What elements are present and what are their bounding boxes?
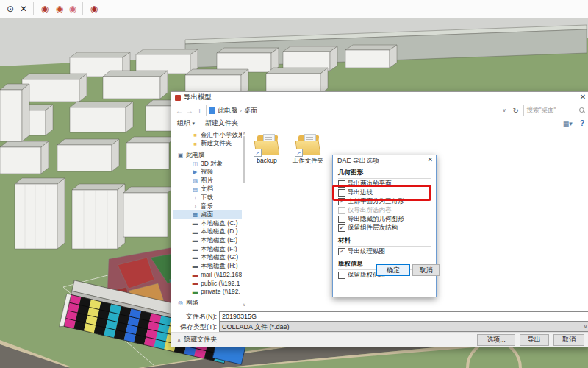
sidebar-item-icon: ■ (192, 132, 198, 138)
sidebar-item-label: 本地磁盘 (G:) (201, 253, 238, 262)
sidebar-item-label: 本地磁盘 (C:) (201, 219, 238, 228)
scrollbar-thumb[interactable] (243, 136, 245, 183)
sidebar-item-label: 图片 (201, 177, 213, 185)
close-icon[interactable]: ✕ (578, 93, 588, 101)
sidebar-item[interactable]: ♪ 音乐 (173, 202, 242, 211)
breadcrumb-current[interactable]: 桌面 (244, 106, 257, 116)
sidebar-item-icon: ▦ (192, 212, 198, 218)
app-toolbar: ⊙ ✕ ◉ ◉ ◉ ◉ (0, 0, 588, 18)
sidebar-item[interactable]: ▬ mail (\\192.168 (173, 271, 242, 280)
sidebar-item[interactable]: ◫ 3D 对象 (173, 160, 242, 169)
toolbar-icon[interactable]: ◉ (53, 2, 66, 15)
sidebar-item-icon: ▬ (192, 247, 198, 252)
toolbar-icon[interactable]: ◉ (82, 2, 102, 15)
checkbox[interactable] (338, 189, 345, 197)
toolbar-icon[interactable]: ⊙ (4, 2, 17, 15)
ok-button[interactable]: 确定 (376, 264, 410, 276)
hide-folders-label: 隐藏文件夹 (184, 335, 217, 344)
sidebar-scrollbar[interactable]: ∧ ∨ (242, 130, 247, 310)
navigation-pane: ■ 金汇中小学效果图 ■ 新建文件夹 ▣ 此电脑 ◫ 3D 对象 (173, 130, 242, 310)
sidebar-item-icon: ▬ (192, 221, 198, 227)
checkbox[interactable] (338, 207, 345, 214)
hide-folders-button[interactable]: ∧ 隐藏文件夹 (177, 335, 217, 344)
breadcrumb-root[interactable]: 此电脑 (218, 106, 237, 116)
dae-dialog-title: DAE 导出选项 (337, 156, 379, 166)
checkbox[interactable] (338, 198, 345, 205)
view-mode-icon[interactable]: ▦▾ (563, 120, 573, 127)
export-dialog-titlebar[interactable]: 导出模型 ✕ (171, 92, 588, 103)
checkbox[interactable] (338, 248, 345, 255)
sidebar-item-label: 新建文件夹 (201, 139, 232, 148)
scroll-up-icon[interactable]: ∧ (243, 130, 245, 135)
sidebar-item-label: 本地磁盘 (E:) (201, 236, 237, 245)
checkbox-row[interactable]: 仅导出所选内容 (338, 206, 431, 215)
savetype-select[interactable]: COLLADA 文件 (*.dae) ∨ (219, 322, 588, 332)
sidebar-item-label: 此电脑 (186, 151, 205, 160)
refresh-icon[interactable]: ↻ (511, 107, 521, 115)
sidebar-item[interactable]: ↓ 下载 (173, 194, 242, 202)
sidebar-item[interactable]: ▬ 本地磁盘 (C:) (173, 219, 242, 228)
folder-tile[interactable]: ↗ backup (249, 133, 284, 164)
sidebar-item[interactable]: ▦ 桌面 (173, 210, 242, 219)
sidebar-item-icon: ▤ (192, 187, 198, 193)
dae-cancel-button[interactable]: 取消 (412, 264, 440, 276)
sidebar-item[interactable]: ▣ 此电脑 (173, 151, 242, 160)
sidebar-item-icon: ♪ (192, 204, 198, 210)
sidebar-item[interactable]: ▬ 本地磁盘 (H:) (173, 262, 242, 271)
sidebar-item[interactable]: ◎ 网络 (173, 299, 242, 308)
scroll-down-icon[interactable]: ∨ (243, 302, 245, 307)
checkbox-row[interactable]: 导出边线 (338, 188, 431, 197)
sidebar-item[interactable]: ▨ 图片 (173, 177, 242, 185)
up-icon[interactable]: ↑ (195, 107, 205, 115)
savetype-value: COLLADA 文件 (*.dae) (222, 322, 290, 332)
toolbar-icon[interactable]: ✕ (17, 2, 30, 15)
checkbox[interactable] (338, 216, 345, 223)
close-icon[interactable]: ✕ (427, 156, 433, 163)
sidebar-item[interactable]: ▬ public (\\192.1 (173, 279, 242, 288)
chevron-up-icon: ∧ (177, 337, 181, 343)
sidebar-item[interactable]: ▬ 本地磁盘 (D:) (173, 228, 242, 237)
sidebar-item[interactable]: ▤ 文档 (173, 185, 242, 194)
checkbox-row[interactable]: 导出隐藏的几何图形 (338, 215, 431, 224)
sidebar-item-label: 视频 (201, 168, 213, 177)
checkbox-label: 导出边线 (348, 188, 373, 197)
sidebar-item[interactable]: ▬ pirivate (\\192. (173, 288, 242, 297)
app-window: ⊙ ✕ ◉ ◉ ◉ ◉ 导出模型 ✕ ← → ↑ 此电脑 › 桌面 (0, 0, 588, 368)
sidebar-item[interactable]: ▬ 本地磁盘 (F:) (173, 245, 242, 254)
folder-tile-label: backup (257, 157, 276, 164)
checkbox-row[interactable]: 全部平面分为三角形 (338, 197, 431, 206)
dae-dialog-body: 几何图形 导出两边的平面 导出边线 全部平面 (338, 167, 431, 279)
chevron-down-icon[interactable]: ∨ (503, 107, 506, 113)
shortcut-arrow-icon: ↗ (254, 149, 262, 157)
search-input[interactable]: 搜索"桌面" (523, 105, 587, 116)
divider (338, 178, 431, 179)
organize-button[interactable]: 组织 ▾ (177, 118, 195, 128)
filename-input[interactable] (219, 311, 588, 322)
toolbar-icon[interactable]: ◉ (33, 2, 53, 15)
sidebar-item[interactable]: ■ 新建文件夹 (173, 140, 242, 149)
sidebar-item[interactable]: ▶ 视频 (173, 168, 242, 177)
toolbar-icon[interactable]: ◉ (66, 2, 79, 15)
dae-dialog-titlebar[interactable]: DAE 导出选项 ✕ (333, 155, 436, 166)
back-icon: ← (174, 107, 184, 115)
sidebar-item[interactable]: ■ 金汇中小学效果图 (173, 131, 242, 140)
search-placeholder: 搜索"桌面" (526, 106, 556, 115)
export-button[interactable]: 导出 (520, 334, 549, 346)
sidebar-item-label: 桌面 (201, 210, 213, 219)
checkbox-row[interactable]: 保留组件层次结构 (338, 224, 431, 233)
folder-tile[interactable]: ↗ 工作文件夹 (290, 133, 326, 166)
checkbox-row[interactable]: 导出两边的平面 (338, 180, 431, 188)
new-folder-button[interactable]: 新建文件夹 (205, 118, 238, 128)
help-icon[interactable]: ? (580, 119, 584, 127)
sidebar-item[interactable]: ▬ 本地磁盘 (G:) (173, 253, 242, 262)
sidebar-item[interactable]: ▬ 本地磁盘 (E:) (173, 236, 242, 245)
checkbox[interactable] (338, 224, 345, 232)
sidebar-item-icon: ▬ (192, 272, 198, 278)
sidebar-item-icon: ■ (192, 141, 198, 147)
checkbox[interactable] (338, 180, 345, 188)
options-button[interactable]: 选项... (477, 334, 515, 346)
sidebar-item-label: 3D 对象 (201, 160, 223, 169)
checkbox-row[interactable]: 导出纹理贴图 (338, 247, 431, 256)
breadcrumb[interactable]: 此电脑 › 桌面 ∨ (206, 105, 509, 116)
cancel-button[interactable]: 取消 (553, 334, 584, 346)
